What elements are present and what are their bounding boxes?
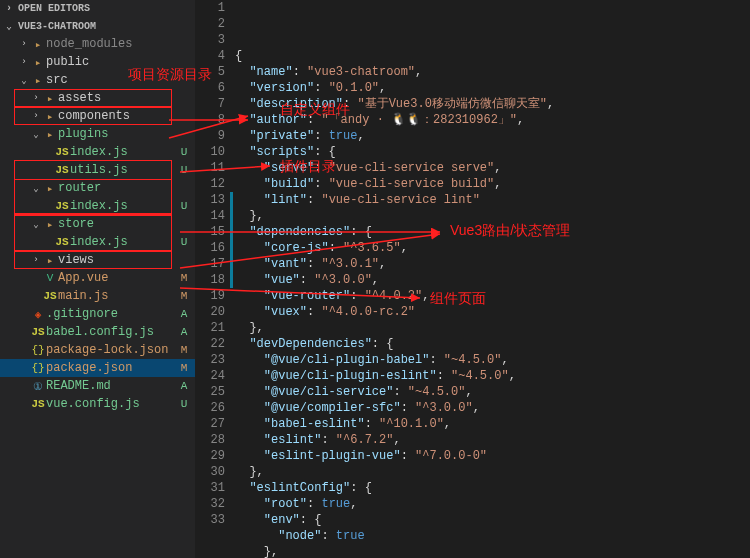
tree-item[interactable]: JSvue.config.jsU	[0, 395, 195, 413]
code-line: {	[235, 48, 750, 64]
git-badge: U	[177, 146, 191, 158]
file-label: App.vue	[58, 271, 177, 285]
code-line: "@vue/compiler-sfc": "^3.0.0",	[235, 400, 750, 416]
tree-item[interactable]: ⌄▸store	[0, 215, 195, 233]
line-number: 19	[195, 288, 225, 304]
file-label: views	[58, 253, 177, 267]
chevron-icon: ›	[30, 111, 42, 121]
code-line: "vue": "^3.0.0",	[235, 272, 750, 288]
folder-icon: ▸	[30, 56, 46, 69]
tree-item[interactable]: VApp.vueM	[0, 269, 195, 287]
line-number: 33	[195, 512, 225, 528]
file-label: utils.js	[70, 163, 177, 177]
js-icon: JS	[54, 146, 70, 158]
editor-area: 1234567891011121314151617181920212223242…	[195, 0, 750, 558]
file-tree: ›▸node_modules›▸public⌄▸src›▸assets›▸com…	[0, 35, 195, 558]
file-label: package.json	[46, 361, 177, 375]
file-label: node_modules	[46, 37, 177, 51]
chevron-icon: ⌄	[18, 75, 30, 86]
file-label: package-lock.json	[46, 343, 177, 357]
line-number: 10	[195, 144, 225, 160]
line-number: 20	[195, 304, 225, 320]
line-number: 6	[195, 80, 225, 96]
tree-item[interactable]: JSbabel.config.jsA	[0, 323, 195, 341]
tree-item[interactable]: JSindex.jsU	[0, 197, 195, 215]
code-line: "node": true	[235, 528, 750, 544]
change-indicator	[230, 192, 233, 288]
tree-item[interactable]: ①README.mdA	[0, 377, 195, 395]
git-badge: M	[177, 362, 191, 374]
tree-item[interactable]: JSindex.jsU	[0, 233, 195, 251]
chevron-icon: ⌄	[30, 219, 42, 230]
code-line: "lint": "vue-cli-service lint"	[235, 192, 750, 208]
line-number: 21	[195, 320, 225, 336]
js-icon: JS	[30, 326, 46, 338]
git-badge: A	[177, 326, 191, 338]
tree-item[interactable]: ›▸views	[0, 251, 195, 269]
project-header[interactable]: ⌄ VUE3-CHATROOM	[0, 17, 195, 35]
tree-item[interactable]: JSmain.jsM	[0, 287, 195, 305]
line-number: 25	[195, 384, 225, 400]
code-line: "version": "0.1.0",	[235, 80, 750, 96]
file-label: components	[58, 109, 177, 123]
tree-item[interactable]: ›▸node_modules	[0, 35, 195, 53]
code-line: "devDependencies": {	[235, 336, 750, 352]
section-label: VUE3-CHATROOM	[18, 21, 96, 32]
code-line: "@vue/cli-plugin-eslint": "~4.5.0",	[235, 368, 750, 384]
line-number: 14	[195, 208, 225, 224]
code-line: "vant": "^3.0.1",	[235, 256, 750, 272]
git-icon: ◈	[30, 308, 46, 321]
code-line: "root": true,	[235, 496, 750, 512]
git-badge: U	[177, 236, 191, 248]
line-number: 30	[195, 464, 225, 480]
tree-item[interactable]: ›▸components	[0, 107, 195, 125]
tree-item[interactable]: ›▸public	[0, 53, 195, 71]
line-number: 7	[195, 96, 225, 112]
code-line: "babel-eslint": "^10.1.0",	[235, 416, 750, 432]
line-number: 5	[195, 64, 225, 80]
code-line: "serve": "vue-cli-service serve",	[235, 160, 750, 176]
line-number: 29	[195, 448, 225, 464]
json-icon: {}	[30, 344, 46, 356]
code-line: },	[235, 544, 750, 558]
git-badge: M	[177, 344, 191, 356]
line-number: 3	[195, 32, 225, 48]
code-content[interactable]: { "name": "vue3-chatroom", "version": "0…	[235, 0, 750, 558]
open-editors-header[interactable]: › OPEN EDITORS	[0, 0, 195, 17]
code-line: "eslint": "^6.7.2",	[235, 432, 750, 448]
file-label: src	[46, 73, 177, 87]
json-icon: {}	[30, 362, 46, 374]
git-badge: M	[177, 290, 191, 302]
tree-item[interactable]: ⌄▸src	[0, 71, 195, 89]
tree-item[interactable]: JSindex.jsU	[0, 143, 195, 161]
tree-item[interactable]: {}package.jsonM	[0, 359, 195, 377]
line-number: 15	[195, 224, 225, 240]
code-line: "core-js": "^3.6.5",	[235, 240, 750, 256]
file-label: vue.config.js	[46, 397, 177, 411]
git-badge: U	[177, 164, 191, 176]
code-line: "author": "「andy · 🐧🐧：282310962」",	[235, 112, 750, 128]
line-number: 9	[195, 128, 225, 144]
file-label: assets	[58, 91, 177, 105]
line-number: 23	[195, 352, 225, 368]
tree-item[interactable]: ›▸assets	[0, 89, 195, 107]
file-label: router	[58, 181, 177, 195]
folder-icon: ▸	[30, 74, 46, 87]
chevron-icon: ›	[30, 93, 42, 103]
chevron-icon: ⌄	[30, 129, 42, 140]
folder-icon: ▸	[30, 38, 46, 51]
tree-item[interactable]: {}package-lock.jsonM	[0, 341, 195, 359]
code-line: "@vue/cli-plugin-babel": "~4.5.0",	[235, 352, 750, 368]
folder-icon: ▸	[42, 182, 58, 195]
line-number: 28	[195, 432, 225, 448]
chevron-right-icon: ›	[6, 3, 18, 14]
tree-item[interactable]: ◈.gitignoreA	[0, 305, 195, 323]
file-label: index.js	[70, 145, 177, 159]
line-number: 31	[195, 480, 225, 496]
git-badge: U	[177, 398, 191, 410]
tree-item[interactable]: ⌄▸router	[0, 179, 195, 197]
code-line: "build": "vue-cli-service build",	[235, 176, 750, 192]
tree-item[interactable]: JSutils.jsU	[0, 161, 195, 179]
tree-item[interactable]: ⌄▸plugins	[0, 125, 195, 143]
line-number: 11	[195, 160, 225, 176]
